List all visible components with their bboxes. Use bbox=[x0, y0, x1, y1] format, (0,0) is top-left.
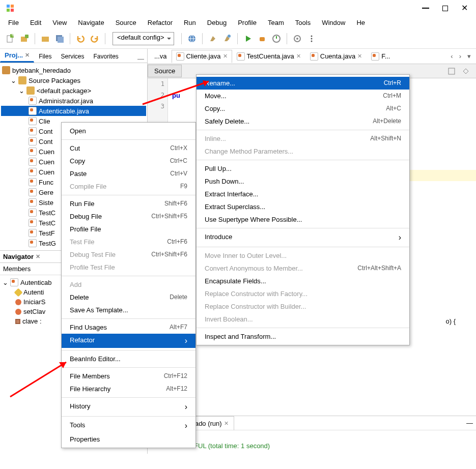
menu-item-introduce[interactable]: Introduce bbox=[197, 230, 409, 245]
menu-item-paste[interactable]: PasteCtrl+V bbox=[62, 167, 195, 180]
tree-file[interactable]: Administrador.java bbox=[1, 96, 146, 106]
settings-icon[interactable] bbox=[291, 33, 303, 45]
menu-edit[interactable]: Edit bbox=[25, 18, 46, 27]
editor-tab[interactable]: ...va bbox=[150, 50, 172, 63]
new-project-icon[interactable] bbox=[18, 33, 31, 45]
menu-profile[interactable]: Profile bbox=[233, 18, 262, 27]
close-icon[interactable]: ✕ bbox=[36, 253, 40, 260]
menu-item-history[interactable]: History bbox=[62, 400, 195, 414]
menu-window[interactable]: Window bbox=[317, 18, 350, 27]
menu-source[interactable]: Source bbox=[110, 18, 142, 27]
tree-project[interactable]: bytebank_heredado bbox=[1, 65, 146, 75]
package-icon bbox=[26, 86, 35, 95]
menu-item-run-file[interactable]: Run FileShift+F6 bbox=[62, 197, 195, 210]
tabs-minimize-icon[interactable]: — bbox=[134, 55, 147, 63]
menu-item-refactor[interactable]: Refactor bbox=[62, 334, 195, 348]
close-icon[interactable]: ✕ bbox=[296, 53, 301, 60]
close-icon[interactable]: ✕ bbox=[223, 53, 228, 60]
menu-item-profile-file[interactable]: Profile File bbox=[62, 223, 195, 236]
method-icon bbox=[15, 309, 21, 315]
menu-item-debug-file[interactable]: Debug FileCtrl+Shift+F5 bbox=[62, 210, 195, 223]
globe-icon[interactable] bbox=[186, 33, 198, 45]
chevron-down-icon[interactable]: ⌄ bbox=[2, 279, 8, 285]
menu-item-copy[interactable]: Copy...Alt+C bbox=[197, 102, 409, 115]
java-file-icon bbox=[29, 97, 37, 105]
config-dropdown[interactable]: <default config> bbox=[113, 32, 174, 45]
java-file-icon bbox=[29, 107, 37, 115]
menu-debug[interactable]: Debug bbox=[202, 18, 232, 27]
tab-services[interactable]: Services bbox=[56, 50, 89, 63]
tree-src[interactable]: ⌄Source Packages bbox=[1, 75, 146, 85]
close-icon[interactable]: ✕ bbox=[224, 420, 229, 427]
source-button[interactable]: Source bbox=[148, 65, 182, 77]
svg-rect-8 bbox=[25, 35, 29, 38]
menu-item-extract-superclass[interactable]: Extract Superclass... bbox=[197, 200, 409, 213]
tab-next-icon[interactable]: › bbox=[456, 52, 464, 60]
profile-icon[interactable] bbox=[270, 33, 283, 45]
tree-file-selected[interactable]: Autenticable.java bbox=[1, 106, 146, 116]
menu-item-encapsulate-fields[interactable]: Encapsulate Fields... bbox=[197, 275, 409, 287]
class-icon bbox=[10, 278, 18, 286]
chevron-down-icon[interactable]: ⌄ bbox=[10, 77, 16, 83]
minimize-button[interactable] bbox=[422, 5, 429, 12]
tab-list-icon[interactable]: ▾ bbox=[464, 52, 474, 60]
run-icon[interactable] bbox=[242, 33, 254, 45]
menu-item-extract-interface[interactable]: Extract Interface... bbox=[197, 188, 409, 200]
editor-tab[interactable]: F... bbox=[367, 50, 395, 63]
output-minimize-icon[interactable]: — bbox=[466, 419, 473, 427]
maximize-button[interactable] bbox=[441, 5, 449, 12]
menu-team[interactable]: Team bbox=[263, 18, 289, 27]
svg-rect-3 bbox=[11, 9, 14, 12]
menu-item-find-usages[interactable]: Find UsagesAlt+F7 bbox=[62, 321, 195, 334]
editor-tab[interactable]: TestCuenta.java✕ bbox=[232, 50, 305, 63]
clean-build-icon[interactable] bbox=[221, 33, 233, 45]
menu-item-safely-delete[interactable]: Safely Delete...Alt+Delete bbox=[197, 115, 409, 128]
output-tabs: ebank_heredado (run)✕ — bbox=[148, 416, 476, 430]
menu-item-file-hierarchy[interactable]: File HierarchyAlt+F12 bbox=[62, 383, 195, 395]
tab-prev-icon[interactable]: ‹ bbox=[447, 52, 456, 60]
more-icon[interactable] bbox=[305, 33, 318, 45]
close-button[interactable]: ✕ bbox=[461, 5, 468, 12]
tab-files[interactable]: Files bbox=[34, 50, 56, 63]
menu-item-use-supertype-where-possible[interactable]: Use Supertype Where Possible... bbox=[197, 213, 409, 226]
close-icon[interactable]: ✕ bbox=[357, 53, 362, 60]
editor-tab-active[interactable]: Cliente.java✕ bbox=[172, 50, 232, 63]
menu-item-cut[interactable]: CutCtrl+X bbox=[62, 142, 195, 155]
menu-item-move[interactable]: Move...Ctrl+M bbox=[197, 90, 409, 102]
editor-tool-icon[interactable] bbox=[445, 65, 458, 77]
menu-item-save-as-template[interactable]: Save As Template... bbox=[62, 304, 195, 316]
menu-item-properties[interactable]: Properties bbox=[62, 433, 195, 446]
debug-icon[interactable] bbox=[256, 33, 268, 45]
output-panel: ebank_heredado (run)✕ — in exitoso LD SU… bbox=[148, 416, 476, 454]
java-file-icon bbox=[29, 229, 37, 237]
menu-item-open[interactable]: Open bbox=[62, 125, 195, 137]
open-icon[interactable] bbox=[39, 33, 51, 45]
menu-file[interactable]: File bbox=[3, 18, 24, 27]
tab-favorites[interactable]: Favorites bbox=[89, 50, 123, 63]
chevron-down-icon[interactable]: ⌄ bbox=[18, 87, 24, 94]
redo-icon[interactable] bbox=[89, 33, 101, 45]
build-icon[interactable] bbox=[207, 33, 219, 45]
menu-refactor[interactable]: Refactor bbox=[143, 18, 178, 27]
menu-item-beaninfo-editor[interactable]: BeanInfo Editor... bbox=[62, 353, 195, 365]
undo-icon[interactable] bbox=[74, 33, 87, 45]
menu-item-file-members[interactable]: File MembersCtrl+F12 bbox=[62, 370, 195, 383]
tree-pkg[interactable]: ⌄<default package> bbox=[1, 85, 146, 96]
menu-view[interactable]: View bbox=[47, 18, 72, 27]
menu-item-inspect-and-transform[interactable]: Inspect and Transform... bbox=[197, 330, 409, 343]
menu-run[interactable]: Run bbox=[179, 18, 201, 27]
editor-tool-icon[interactable] bbox=[460, 65, 472, 77]
menu-navigate[interactable]: Navigate bbox=[73, 18, 109, 27]
menu-item-copy[interactable]: CopyCtrl+C bbox=[62, 155, 195, 167]
tab-projects[interactable]: Proj...✕ bbox=[0, 49, 34, 63]
editor-tab[interactable]: Cuenta.java✕ bbox=[305, 50, 367, 63]
menu-item-rename[interactable]: Rename...Ctrl+R bbox=[197, 77, 409, 90]
menu-item-pull-up[interactable]: Pull Up... bbox=[197, 162, 409, 175]
menu-item-push-down[interactable]: Push Down... bbox=[197, 175, 409, 188]
menu-help[interactable]: He bbox=[351, 18, 370, 27]
save-all-icon[interactable] bbox=[53, 33, 66, 45]
menu-item-delete[interactable]: DeleteDelete bbox=[62, 291, 195, 304]
new-file-icon[interactable]: + bbox=[4, 33, 16, 45]
menu-tools[interactable]: Tools bbox=[290, 18, 316, 27]
menu-item-tools[interactable]: Tools bbox=[62, 419, 195, 433]
